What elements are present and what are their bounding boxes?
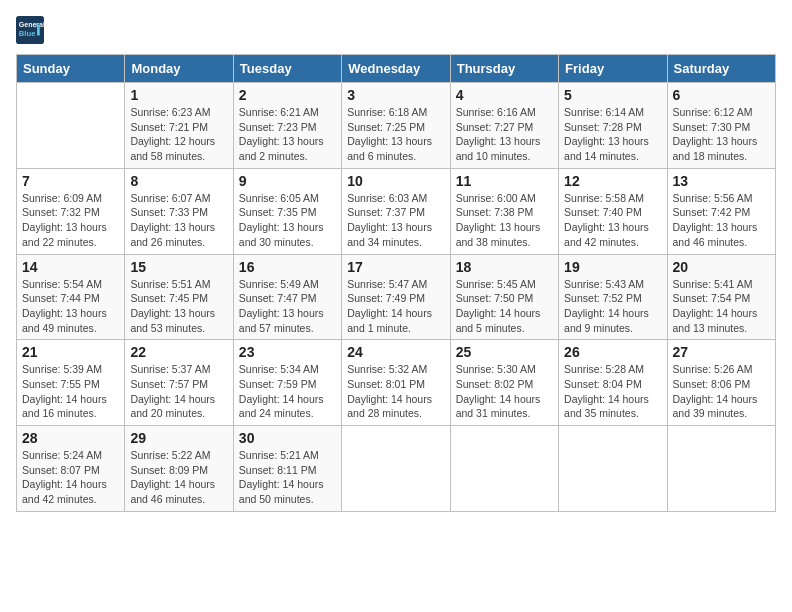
day-details: Sunrise: 6:16 AM Sunset: 7:27 PM Dayligh… (456, 105, 553, 164)
day-details: Sunrise: 5:34 AM Sunset: 7:59 PM Dayligh… (239, 362, 336, 421)
day-cell: 23Sunrise: 5:34 AM Sunset: 7:59 PM Dayli… (233, 340, 341, 426)
day-cell: 21Sunrise: 5:39 AM Sunset: 7:55 PM Dayli… (17, 340, 125, 426)
day-cell (17, 83, 125, 169)
weekday-header-thursday: Thursday (450, 55, 558, 83)
day-number: 17 (347, 259, 444, 275)
day-details: Sunrise: 5:49 AM Sunset: 7:47 PM Dayligh… (239, 277, 336, 336)
day-details: Sunrise: 6:03 AM Sunset: 7:37 PM Dayligh… (347, 191, 444, 250)
calendar-table: SundayMondayTuesdayWednesdayThursdayFrid… (16, 54, 776, 512)
day-number: 20 (673, 259, 770, 275)
day-cell: 18Sunrise: 5:45 AM Sunset: 7:50 PM Dayli… (450, 254, 558, 340)
day-cell: 1Sunrise: 6:23 AM Sunset: 7:21 PM Daylig… (125, 83, 233, 169)
day-cell: 7Sunrise: 6:09 AM Sunset: 7:32 PM Daylig… (17, 168, 125, 254)
day-number: 5 (564, 87, 661, 103)
weekday-header-friday: Friday (559, 55, 667, 83)
day-number: 12 (564, 173, 661, 189)
day-cell: 24Sunrise: 5:32 AM Sunset: 8:01 PM Dayli… (342, 340, 450, 426)
day-cell: 30Sunrise: 5:21 AM Sunset: 8:11 PM Dayli… (233, 426, 341, 512)
week-row-5: 28Sunrise: 5:24 AM Sunset: 8:07 PM Dayli… (17, 426, 776, 512)
day-details: Sunrise: 5:37 AM Sunset: 7:57 PM Dayligh… (130, 362, 227, 421)
day-number: 13 (673, 173, 770, 189)
day-number: 24 (347, 344, 444, 360)
logo: General Blue (16, 16, 48, 44)
day-number: 15 (130, 259, 227, 275)
svg-text:General: General (19, 21, 44, 28)
day-details: Sunrise: 6:14 AM Sunset: 7:28 PM Dayligh… (564, 105, 661, 164)
weekday-header-monday: Monday (125, 55, 233, 83)
day-cell: 14Sunrise: 5:54 AM Sunset: 7:44 PM Dayli… (17, 254, 125, 340)
weekday-header-saturday: Saturday (667, 55, 775, 83)
week-row-2: 7Sunrise: 6:09 AM Sunset: 7:32 PM Daylig… (17, 168, 776, 254)
day-cell: 13Sunrise: 5:56 AM Sunset: 7:42 PM Dayli… (667, 168, 775, 254)
day-number: 30 (239, 430, 336, 446)
day-cell: 22Sunrise: 5:37 AM Sunset: 7:57 PM Dayli… (125, 340, 233, 426)
day-cell (450, 426, 558, 512)
day-number: 22 (130, 344, 227, 360)
day-cell: 15Sunrise: 5:51 AM Sunset: 7:45 PM Dayli… (125, 254, 233, 340)
week-row-3: 14Sunrise: 5:54 AM Sunset: 7:44 PM Dayli… (17, 254, 776, 340)
day-cell: 5Sunrise: 6:14 AM Sunset: 7:28 PM Daylig… (559, 83, 667, 169)
day-cell (342, 426, 450, 512)
day-details: Sunrise: 5:43 AM Sunset: 7:52 PM Dayligh… (564, 277, 661, 336)
day-number: 19 (564, 259, 661, 275)
page-header: General Blue (16, 16, 776, 44)
day-details: Sunrise: 5:22 AM Sunset: 8:09 PM Dayligh… (130, 448, 227, 507)
day-details: Sunrise: 5:58 AM Sunset: 7:40 PM Dayligh… (564, 191, 661, 250)
day-number: 8 (130, 173, 227, 189)
day-cell: 6Sunrise: 6:12 AM Sunset: 7:30 PM Daylig… (667, 83, 775, 169)
weekday-header-wednesday: Wednesday (342, 55, 450, 83)
day-number: 1 (130, 87, 227, 103)
day-details: Sunrise: 6:18 AM Sunset: 7:25 PM Dayligh… (347, 105, 444, 164)
day-number: 28 (22, 430, 119, 446)
day-cell (559, 426, 667, 512)
day-cell: 20Sunrise: 5:41 AM Sunset: 7:54 PM Dayli… (667, 254, 775, 340)
day-details: Sunrise: 6:07 AM Sunset: 7:33 PM Dayligh… (130, 191, 227, 250)
day-number: 10 (347, 173, 444, 189)
day-number: 9 (239, 173, 336, 189)
day-details: Sunrise: 5:32 AM Sunset: 8:01 PM Dayligh… (347, 362, 444, 421)
day-details: Sunrise: 6:21 AM Sunset: 7:23 PM Dayligh… (239, 105, 336, 164)
day-number: 27 (673, 344, 770, 360)
logo-icon: General Blue (16, 16, 44, 44)
day-cell: 2Sunrise: 6:21 AM Sunset: 7:23 PM Daylig… (233, 83, 341, 169)
day-cell: 26Sunrise: 5:28 AM Sunset: 8:04 PM Dayli… (559, 340, 667, 426)
day-details: Sunrise: 5:28 AM Sunset: 8:04 PM Dayligh… (564, 362, 661, 421)
day-cell: 9Sunrise: 6:05 AM Sunset: 7:35 PM Daylig… (233, 168, 341, 254)
day-cell: 11Sunrise: 6:00 AM Sunset: 7:38 PM Dayli… (450, 168, 558, 254)
day-number: 3 (347, 87, 444, 103)
day-cell: 17Sunrise: 5:47 AM Sunset: 7:49 PM Dayli… (342, 254, 450, 340)
week-row-1: 1Sunrise: 6:23 AM Sunset: 7:21 PM Daylig… (17, 83, 776, 169)
day-cell: 10Sunrise: 6:03 AM Sunset: 7:37 PM Dayli… (342, 168, 450, 254)
day-details: Sunrise: 5:54 AM Sunset: 7:44 PM Dayligh… (22, 277, 119, 336)
day-number: 14 (22, 259, 119, 275)
day-number: 2 (239, 87, 336, 103)
day-cell: 3Sunrise: 6:18 AM Sunset: 7:25 PM Daylig… (342, 83, 450, 169)
day-details: Sunrise: 5:26 AM Sunset: 8:06 PM Dayligh… (673, 362, 770, 421)
day-details: Sunrise: 5:41 AM Sunset: 7:54 PM Dayligh… (673, 277, 770, 336)
day-cell: 28Sunrise: 5:24 AM Sunset: 8:07 PM Dayli… (17, 426, 125, 512)
day-details: Sunrise: 5:51 AM Sunset: 7:45 PM Dayligh… (130, 277, 227, 336)
day-details: Sunrise: 6:00 AM Sunset: 7:38 PM Dayligh… (456, 191, 553, 250)
weekday-header-tuesday: Tuesday (233, 55, 341, 83)
svg-text:Blue: Blue (19, 29, 36, 38)
day-number: 18 (456, 259, 553, 275)
day-number: 11 (456, 173, 553, 189)
day-cell: 27Sunrise: 5:26 AM Sunset: 8:06 PM Dayli… (667, 340, 775, 426)
day-number: 25 (456, 344, 553, 360)
day-cell: 29Sunrise: 5:22 AM Sunset: 8:09 PM Dayli… (125, 426, 233, 512)
day-number: 21 (22, 344, 119, 360)
day-details: Sunrise: 5:30 AM Sunset: 8:02 PM Dayligh… (456, 362, 553, 421)
day-details: Sunrise: 5:47 AM Sunset: 7:49 PM Dayligh… (347, 277, 444, 336)
day-cell: 25Sunrise: 5:30 AM Sunset: 8:02 PM Dayli… (450, 340, 558, 426)
day-number: 16 (239, 259, 336, 275)
calendar-header: SundayMondayTuesdayWednesdayThursdayFrid… (17, 55, 776, 83)
day-number: 29 (130, 430, 227, 446)
day-details: Sunrise: 6:12 AM Sunset: 7:30 PM Dayligh… (673, 105, 770, 164)
day-details: Sunrise: 5:39 AM Sunset: 7:55 PM Dayligh… (22, 362, 119, 421)
day-details: Sunrise: 6:23 AM Sunset: 7:21 PM Dayligh… (130, 105, 227, 164)
day-cell (667, 426, 775, 512)
day-cell: 19Sunrise: 5:43 AM Sunset: 7:52 PM Dayli… (559, 254, 667, 340)
day-number: 7 (22, 173, 119, 189)
day-details: Sunrise: 6:09 AM Sunset: 7:32 PM Dayligh… (22, 191, 119, 250)
calendar-body: 1Sunrise: 6:23 AM Sunset: 7:21 PM Daylig… (17, 83, 776, 512)
